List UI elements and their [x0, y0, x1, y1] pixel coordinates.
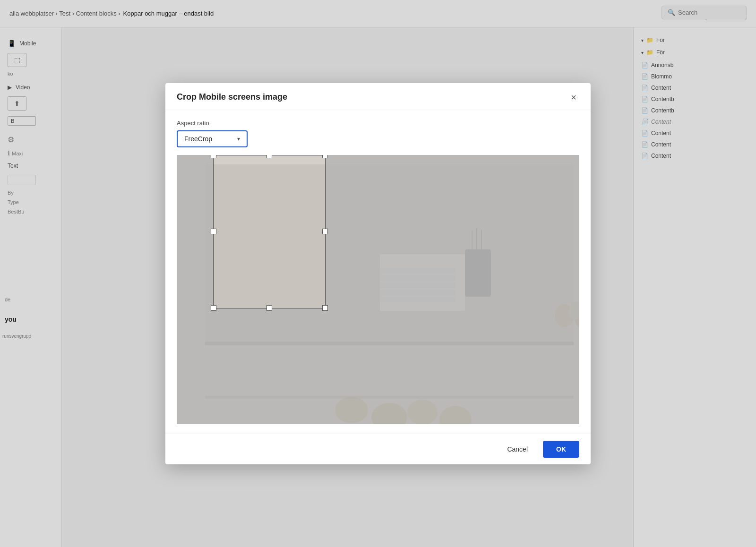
crop-handle-tr[interactable]	[322, 155, 328, 158]
aspect-ratio-chevron: ▾	[237, 136, 240, 142]
crop-handle-mr[interactable]	[322, 229, 328, 234]
aspect-ratio-label: Aspect ratio	[177, 120, 579, 127]
crop-canvas	[177, 155, 579, 424]
modal-title: Crop Mobile screens image	[177, 92, 287, 102]
modal-close-button[interactable]: ×	[568, 92, 579, 103]
crop-handle-ml[interactable]	[211, 229, 216, 234]
modal-header: Crop Mobile screens image ×	[165, 83, 591, 110]
modal-footer: Cancel OK	[165, 434, 591, 464]
crop-handle-tl[interactable]	[211, 155, 216, 158]
modal-overlay: Crop Mobile screens image × Aspect ratio…	[0, 0, 756, 547]
crop-handle-bl[interactable]	[211, 305, 216, 311]
crop-handle-bc[interactable]	[266, 305, 272, 311]
crop-selection-box[interactable]	[213, 155, 326, 308]
aspect-ratio-select[interactable]: FreeCrop ▾	[177, 130, 248, 147]
full-image	[177, 155, 579, 424]
crop-dim-right	[326, 155, 579, 424]
modal-body: Aspect ratio FreeCrop ▾	[165, 110, 591, 434]
ok-button[interactable]: OK	[543, 441, 579, 458]
cancel-button[interactable]: Cancel	[498, 441, 537, 458]
crop-modal: Crop Mobile screens image × Aspect ratio…	[165, 83, 591, 464]
crop-handle-br[interactable]	[322, 305, 328, 311]
aspect-ratio-row: Aspect ratio FreeCrop ▾	[177, 120, 579, 147]
crop-dim-left	[177, 155, 213, 424]
aspect-ratio-value: FreeCrop	[184, 135, 232, 143]
crop-dim-bottom	[213, 308, 326, 424]
crop-handle-tc[interactable]	[266, 155, 272, 158]
